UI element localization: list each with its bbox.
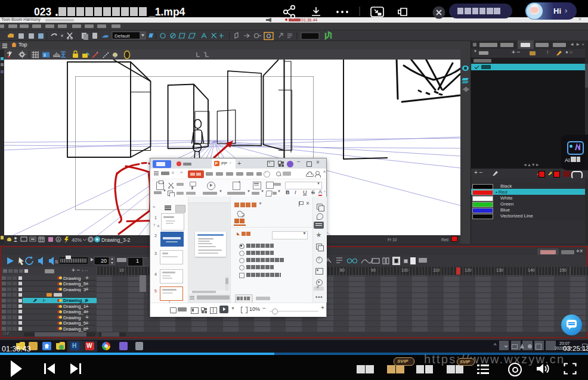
- svg-text:Fr 10: Fr 10: [388, 238, 397, 242]
- svg-text:A: A: [57, 238, 60, 242]
- svg-text:40%: 40%: [72, 237, 82, 243]
- svg-text:20: 20: [101, 258, 107, 264]
- svg-text:▼: ▼: [60, 33, 64, 39]
- svg-text:Drawing_3-2: Drawing_3-2: [101, 237, 130, 243]
- svg-text:8: 8: [44, 53, 46, 57]
- svg-text:Red: Red: [441, 238, 448, 242]
- svg-text:S: S: [55, 259, 58, 264]
- svg-text:Default: Default: [114, 33, 130, 39]
